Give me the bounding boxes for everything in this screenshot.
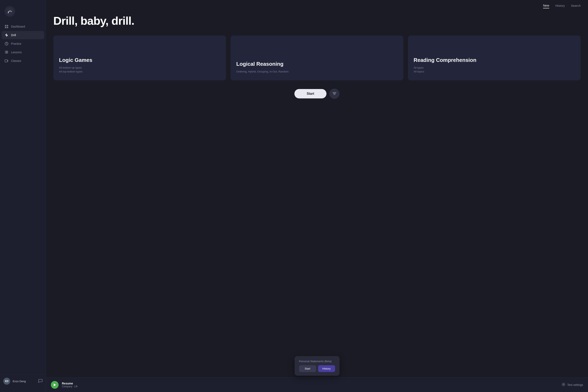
card-logic-games[interactable]: Logic Games All bottom-up types All top-… (53, 36, 226, 80)
resume-info: Resume Company · LR (62, 382, 558, 388)
svg-rect-6 (5, 60, 7, 62)
popup: Personal Statements (Beta) Start History (294, 356, 340, 376)
card-logical-reasoning[interactable]: Logical Reasoning Ordering, Hybrid, Grou… (230, 36, 403, 80)
sidebar-item-drill[interactable]: Drill (2, 31, 44, 39)
card-link-rc-0[interactable]: All types (414, 66, 575, 69)
logo-icon (4, 6, 15, 17)
sidebar-item-label: Practice (11, 42, 22, 45)
header: New History Search (46, 0, 588, 12)
test-settings[interactable]: Test settings (562, 382, 583, 387)
page-title: Drill, baby, drill. (53, 14, 581, 27)
cards-row: Logic Games All bottom-up types All top-… (53, 36, 581, 80)
content-area: Drill, baby, drill. Logic Games All bott… (46, 12, 588, 377)
svg-rect-1 (5, 25, 6, 26)
main-content: New History Search Drill, baby, drill. L… (46, 0, 588, 392)
popup-buttons: Start History (299, 365, 335, 372)
tab-new[interactable]: New (543, 4, 549, 8)
card-title-reading-comprehension: Reading Comprehension (414, 57, 575, 63)
grid-icon (4, 24, 8, 28)
filter-icon (332, 92, 336, 96)
tab-search[interactable]: Search (571, 4, 581, 8)
test-settings-label: Test settings (567, 383, 583, 386)
card-title-logic-games: Logic Games (59, 57, 220, 63)
resume-sub: Company · LR (62, 385, 558, 388)
card-title-logical-reasoning: Logical Reasoning (236, 61, 398, 67)
sidebar-item-label: Classes (11, 59, 21, 62)
logo-container[interactable] (0, 4, 46, 22)
sidebar-item-classes[interactable]: Classes (2, 57, 44, 65)
sidebar: Dashboard Drill Practice (0, 0, 46, 392)
resume-title: Resume (62, 382, 558, 385)
gear-icon (562, 382, 566, 387)
sidebar-footer: ED Enzo Deng (0, 374, 46, 388)
card-link-0[interactable]: All bottom-up types (59, 66, 220, 69)
start-row: Start (53, 88, 581, 99)
popup-start-button[interactable]: Start (299, 365, 316, 372)
chat-icon[interactable] (38, 379, 42, 384)
svg-point-10 (563, 384, 564, 385)
svg-rect-3 (5, 27, 6, 28)
sidebar-item-lessons[interactable]: Lessons (2, 48, 44, 56)
sidebar-item-dashboard[interactable]: Dashboard (2, 22, 44, 30)
bottom-bar: Personal Statements (Beta) Start History… (46, 377, 588, 392)
sidebar-item-label: Dashboard (11, 25, 25, 28)
sidebar-nav: Dashboard Drill Practice (0, 22, 46, 372)
card-link-1[interactable]: All top-bottom types (59, 70, 220, 73)
sidebar-item-practice[interactable]: Practice (2, 40, 44, 48)
resume-play-button[interactable] (51, 381, 58, 389)
header-nav: New History Search (543, 4, 581, 8)
clock-icon (4, 42, 8, 46)
tab-history[interactable]: History (555, 4, 565, 8)
video-icon (4, 59, 8, 63)
user-name: Enzo Deng (13, 380, 36, 383)
avatar[interactable]: ED (3, 378, 10, 385)
svg-rect-2 (7, 25, 8, 26)
card-link-lr[interactable]: Ordering, Hybrid, Grouping, In-Out, Rand… (236, 70, 398, 73)
svg-point-0 (6, 8, 13, 15)
popup-label: Personal Statements (Beta) (299, 360, 335, 363)
sidebar-item-label: Lessons (11, 51, 22, 54)
sidebar-item-label: Drill (11, 34, 16, 37)
filter-button[interactable] (329, 88, 340, 99)
lightning-icon (4, 33, 8, 37)
book-icon (4, 50, 8, 54)
card-link-rc-1[interactable]: All topics (414, 70, 575, 73)
start-button[interactable]: Start (294, 89, 326, 98)
svg-rect-4 (7, 27, 8, 28)
popup-history-button[interactable]: History (318, 365, 335, 372)
card-reading-comprehension[interactable]: Reading Comprehension All types All topi… (408, 36, 581, 80)
